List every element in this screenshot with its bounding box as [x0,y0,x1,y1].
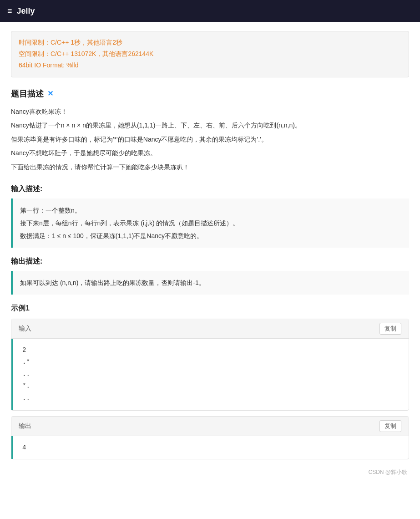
output-description-section: 输出描述: 如果可以到达 (n,n,n)，请输出路上吃的果冻数量，否则请输出-1… [11,257,409,295]
problem-description-text: Nancy喜欢吃果冻！ Nancy钻进了一个n × n × n的果冻里，她想从(… [11,106,409,173]
output-label: 输出 [19,422,31,430]
example-heading: 示例1 [11,304,409,313]
input-content: 2 .* .. *. .. [11,339,409,410]
copy-input-button[interactable]: 复制 [380,323,401,335]
id-line-1: 第一行：一个整数n。 [20,204,402,217]
input-box-header: 输入 复制 [11,319,409,339]
menu-icon: ≡ [7,6,12,16]
space-limit-text: 空间限制：C/C++ 131072K，其他语言262144K [19,48,401,60]
example-section: 示例1 输入 复制 2 .* .. *. .. 输出 复制 4 [11,304,409,460]
od-line-1: 如果可以到达 (n,n,n)，请输出路上吃的果冻数量，否则请输出-1。 [20,276,402,289]
io-format-text: 64bit IO Format: %lld [19,60,401,71]
output-description-heading: 输出描述: [11,257,409,266]
pd-line-1: Nancy喜欢吃果冻！ [11,106,409,118]
output-description-content: 如果可以到达 (n,n,n)，请输出路上吃的果冻数量，否则请输出-1。 [11,271,409,295]
pd-line-2: Nancy钻进了一个n × n × n的果冻里，她想从(1,1,1)一路上、下、… [11,119,409,132]
main-content: 时间限制：C/C++ 1秒，其他语言2秒 空间限制：C/C++ 131072K，… [0,22,420,485]
pd-line-4: Nancy不想吃坏肚子，于是她想尽可能少的吃果冻。 [11,147,409,159]
output-content: 4 [11,436,409,459]
app-header: ≡ Jelly [0,0,420,22]
time-limit-text: 时间限制：C/C++ 1秒，其他语言2秒 [19,37,401,48]
input-description-heading: 输入描述: [11,184,409,194]
footer-note: CSDN @辉小歌 [11,468,409,476]
pd-line-3: 但果冻毕竟是有许多口味的，标记为'*'的口味是Nancy不愿意吃的，其余的果冻均… [11,133,409,146]
input-label: 输入 [19,325,31,333]
copy-output-button[interactable]: 复制 [380,420,401,432]
output-box: 输出 复制 4 [11,416,409,460]
problem-description-section: 题目描述 ✕ Nancy喜欢吃果冻！ Nancy钻进了一个n × n × n的果… [11,88,409,173]
info-box: 时间限制：C/C++ 1秒，其他语言2秒 空间限制：C/C++ 131072K，… [11,31,409,77]
link-icon: ✕ [47,89,53,98]
input-description-content: 第一行：一个整数n。 接下来n层，每组n行，每行n列，表示果冻 (i,j,k) … [11,198,409,248]
input-description-section: 输入描述: 第一行：一个整数n。 接下来n层，每组n行，每行n列，表示果冻 (i… [11,184,409,248]
app-title: Jelly [17,6,35,16]
output-box-header: 输出 复制 [11,417,409,436]
problem-description-heading: 题目描述 ✕ [11,88,409,99]
pd-line-5: 下面给出果冻的情况，请你帮忙计算一下她能吃多少块果冻叭！ [11,161,409,173]
input-box: 输入 复制 2 .* .. *. .. [11,319,409,411]
id-line-3: 数据满足：1 ≤ n ≤ 100，保证果冻(1,1,1)不是Nancy不愿意吃的… [20,229,402,242]
id-line-2: 接下来n层，每组n行，每行n列，表示果冻 (i,j,k) 的情况（如题目描述所述… [20,217,402,229]
